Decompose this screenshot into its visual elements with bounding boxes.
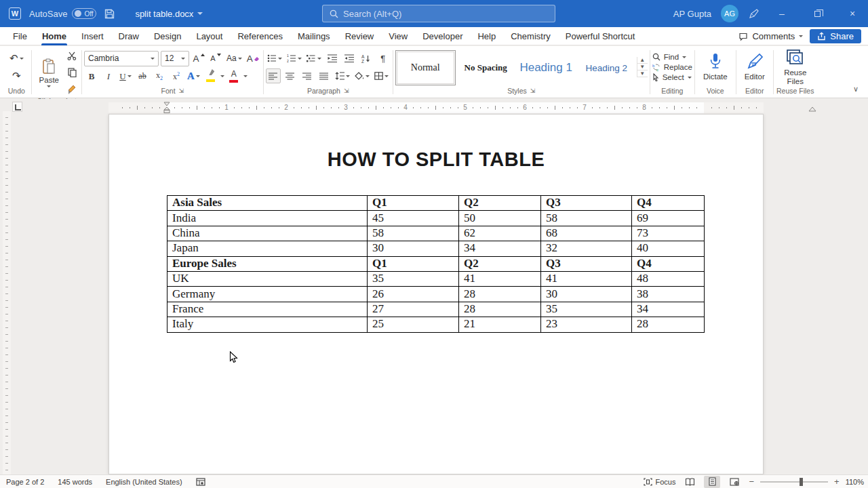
vertical-ruler[interactable]: [3, 111, 11, 474]
tab-draw[interactable]: Draw: [111, 27, 146, 45]
language-indicator[interactable]: English (United States): [106, 478, 182, 486]
borders-button[interactable]: [373, 68, 390, 83]
italic-button[interactable]: I: [101, 69, 116, 84]
table-cell[interactable]: Q2: [459, 256, 541, 271]
styles-scroll-down-button[interactable]: ▼: [637, 64, 648, 70]
strikethrough-button[interactable]: ab: [135, 69, 150, 84]
align-left-button[interactable]: [266, 68, 281, 83]
table-cell[interactable]: 41: [459, 271, 541, 286]
styles-gallery-more-button[interactable]: ▼: [637, 70, 648, 77]
tab-powerful-shortcut[interactable]: Powerful Shortcut: [558, 27, 643, 45]
tab-file[interactable]: File: [5, 27, 35, 45]
table-cell[interactable]: 26: [368, 287, 459, 302]
zoom-in-button[interactable]: +: [834, 476, 840, 487]
style-h1[interactable]: Heading 1: [516, 50, 576, 85]
show-paragraph-marks-button[interactable]: ¶: [376, 51, 391, 66]
left-indent-markers[interactable]: [163, 102, 171, 114]
table-cell[interactable]: 30: [541, 287, 632, 302]
font-color-button[interactable]: A: [226, 69, 241, 84]
table-cell[interactable]: 27: [368, 302, 459, 317]
dictate-button[interactable]: Dictate: [697, 53, 734, 81]
table-cell[interactable]: 28: [459, 287, 541, 302]
zoom-level[interactable]: 110%: [846, 478, 864, 486]
table-cell[interactable]: 35: [368, 271, 459, 286]
ink-pen-icon[interactable]: [748, 8, 760, 20]
table-cell[interactable]: 45: [368, 211, 459, 226]
table-cell[interactable]: 40: [632, 241, 705, 256]
undo-button[interactable]: ↶: [8, 51, 25, 66]
table-cell[interactable]: 25: [368, 317, 459, 332]
align-right-button[interactable]: [300, 68, 315, 83]
document-title-menu[interactable]: split table.docx: [135, 9, 203, 19]
focus-button[interactable]: Focus: [644, 478, 676, 486]
decrease-indent-button[interactable]: [325, 51, 340, 66]
font-dialog-launcher[interactable]: ⇲: [179, 87, 184, 94]
redo-button[interactable]: ↷: [8, 68, 25, 83]
styles-scroll-up-button[interactable]: ▲: [637, 57, 648, 64]
table-cell[interactable]: 35: [541, 302, 632, 317]
table-cell[interactable]: 28: [632, 317, 705, 332]
text-highlight-button[interactable]: [203, 69, 218, 84]
tab-design[interactable]: Design: [146, 27, 189, 45]
font-size-select[interactable]: 12: [161, 51, 189, 66]
table-cell[interactable]: Germany: [167, 287, 368, 302]
superscript-button[interactable]: x2: [169, 69, 184, 84]
numbering-button[interactable]: 12: [285, 51, 303, 66]
style-normal[interactable]: Normal: [395, 50, 456, 85]
table-cell[interactable]: Asia Sales: [167, 196, 368, 211]
tab-chemistry[interactable]: Chemistry: [503, 27, 558, 45]
word-count[interactable]: 145 words: [58, 478, 92, 486]
document-table[interactable]: Asia SalesQ1Q2Q3Q4India45505869China5862…: [167, 195, 705, 333]
cut-button[interactable]: [64, 48, 79, 63]
minimize-button[interactable]: –: [769, 0, 795, 27]
close-button[interactable]: ×: [840, 0, 865, 27]
tab-view[interactable]: View: [381, 27, 415, 45]
multilevel-list-button[interactable]: [305, 51, 323, 66]
tab-help[interactable]: Help: [470, 27, 503, 45]
table-cell[interactable]: 50: [459, 211, 541, 226]
copy-button[interactable]: [64, 65, 79, 80]
table-cell[interactable]: 21: [459, 317, 541, 332]
highlight-caret-icon[interactable]: [220, 75, 224, 77]
styles-dialog-launcher[interactable]: ⇲: [530, 87, 536, 94]
format-painter-button[interactable]: [64, 82, 79, 97]
tab-review[interactable]: Review: [338, 27, 382, 45]
restore-button[interactable]: [804, 0, 830, 27]
table-cell[interactable]: Q2: [459, 196, 541, 211]
table-cell[interactable]: 69: [632, 211, 705, 226]
bold-button[interactable]: B: [84, 69, 99, 84]
table-cell[interactable]: Italy: [167, 317, 368, 332]
clear-formatting-button[interactable]: A: [245, 51, 261, 66]
autosave-toggle[interactable]: Off: [72, 8, 96, 19]
select-button[interactable]: Select: [652, 73, 692, 81]
table-cell[interactable]: 28: [459, 302, 541, 317]
justify-button[interactable]: [317, 68, 332, 83]
tab-home[interactable]: Home: [35, 27, 74, 45]
share-button[interactable]: Share: [810, 29, 861, 43]
collapse-ribbon-chevron-icon[interactable]: ∨: [853, 85, 859, 94]
zoom-out-button[interactable]: −: [749, 476, 754, 487]
tab-developer[interactable]: Developer: [415, 27, 470, 45]
paste-button[interactable]: Paste: [34, 57, 64, 89]
text-effects-button[interactable]: A: [186, 69, 201, 84]
align-center-button[interactable]: [283, 68, 298, 83]
table-cell[interactable]: Q3: [541, 196, 632, 211]
print-layout-button[interactable]: [704, 476, 720, 488]
table-cell[interactable]: Q4: [632, 196, 705, 211]
underline-button[interactable]: U: [118, 69, 133, 84]
style-nospacing[interactable]: No Spacing: [456, 50, 516, 85]
table-cell[interactable]: Q1: [368, 256, 459, 271]
save-icon[interactable]: [104, 9, 115, 19]
table-cell[interactable]: 32: [541, 241, 632, 256]
line-spacing-button[interactable]: [334, 68, 351, 83]
table-cell[interactable]: 34: [632, 302, 705, 317]
macro-record-icon[interactable]: [196, 478, 205, 486]
comments-button[interactable]: Comments: [738, 31, 803, 41]
page-indicator[interactable]: Page 2 of 2: [6, 478, 44, 486]
table-cell[interactable]: 68: [541, 226, 632, 241]
table-cell[interactable]: 58: [541, 211, 632, 226]
table-cell[interactable]: Q1: [368, 196, 459, 211]
tab-layout[interactable]: Layout: [189, 27, 230, 45]
table-cell[interactable]: 41: [541, 271, 632, 286]
right-indent-marker[interactable]: [808, 106, 816, 113]
